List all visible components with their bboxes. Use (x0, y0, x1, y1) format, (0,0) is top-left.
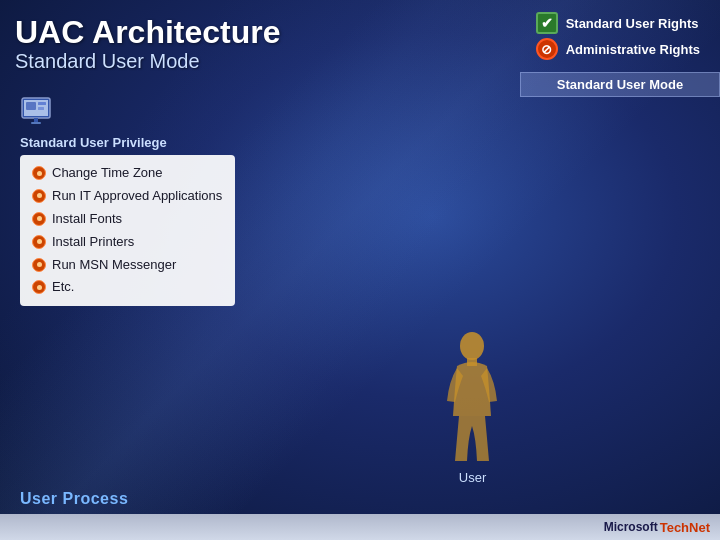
check-icon: ✔ (536, 12, 558, 34)
list-item: Install Printers (32, 234, 225, 251)
administrative-rights-label: Administrative Rights (566, 42, 700, 57)
user-figure: User (445, 326, 500, 485)
svg-rect-4 (38, 107, 44, 110)
technet-label: TechNet (660, 520, 710, 535)
bullet-icon (32, 235, 46, 249)
bullet-icon (32, 280, 46, 294)
bullet-icon (32, 212, 46, 226)
microsoft-label: Microsoft (604, 520, 658, 534)
privilege-list: Change Time Zone Run IT Approved Applica… (32, 165, 225, 296)
block-icon: ⊘ (536, 38, 558, 60)
svg-rect-6 (31, 122, 41, 124)
privilege-label: Standard User Privilege (20, 135, 167, 150)
monitor-icon (20, 96, 60, 134)
legend-item-standard: ✔ Standard User Rights (536, 12, 700, 34)
bullet-icon (32, 166, 46, 180)
svg-rect-3 (38, 102, 46, 105)
standard-user-rights-label: Standard User Rights (566, 16, 699, 31)
list-item: Change Time Zone (32, 165, 225, 182)
page-title: UAC Architecture (15, 15, 281, 50)
svg-rect-5 (34, 118, 38, 122)
title-area: UAC Architecture Standard User Mode (15, 15, 281, 73)
list-item: Etc. (32, 279, 225, 296)
page-subtitle: Standard User Mode (15, 50, 281, 73)
technet-logo: Microsoft TechNet (604, 520, 710, 535)
svg-point-7 (460, 332, 484, 360)
list-item: Install Fonts (32, 211, 225, 228)
bullet-icon (32, 258, 46, 272)
user-label: User (459, 470, 486, 485)
privilege-box: Change Time Zone Run IT Approved Applica… (20, 155, 235, 306)
bullet-icon (32, 189, 46, 203)
list-item: Run MSN Messenger (32, 257, 225, 274)
bottom-bar: Microsoft TechNet (0, 514, 720, 540)
legend: ✔ Standard User Rights ⊘ Administrative … (536, 12, 700, 60)
legend-item-admin: ⊘ Administrative Rights (536, 38, 700, 60)
list-item: Run IT Approved Applications (32, 188, 225, 205)
user-process-label: User Process (20, 490, 128, 508)
mode-badge: Standard User Mode (520, 72, 720, 97)
svg-rect-2 (26, 102, 36, 110)
